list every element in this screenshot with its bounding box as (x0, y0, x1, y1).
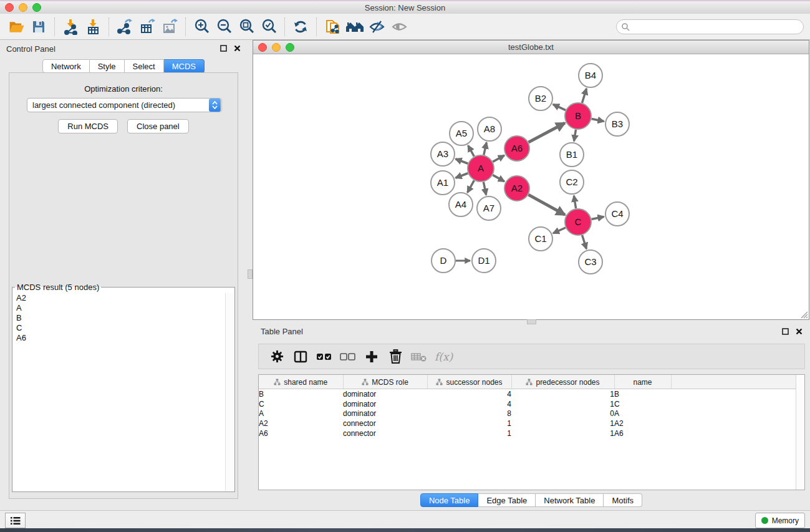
mcds-result-item[interactable]: A2 (13, 293, 226, 303)
node-C2[interactable]: C2 (560, 170, 584, 194)
column-header-successor-nodes[interactable]: successor nodes (427, 375, 511, 389)
close-panel-button[interactable]: Close panel (127, 119, 189, 133)
node-C3[interactable]: C3 (579, 250, 602, 274)
table-row[interactable]: Adominator80A (259, 409, 804, 418)
node-D1[interactable]: D1 (472, 249, 496, 273)
column-header-shared-name[interactable]: shared name (259, 375, 343, 389)
mcds-list-scrollbar[interactable] (225, 293, 234, 491)
split-pane-icon[interactable] (290, 347, 311, 366)
vertical-splitter-handle[interactable] (248, 269, 253, 279)
node-A6[interactable]: A6 (504, 136, 529, 161)
function-builder-fx[interactable]: f(x) (435, 351, 453, 363)
edge-A-A8[interactable] (484, 142, 486, 155)
node-A2[interactable]: A2 (504, 176, 529, 201)
table-settings-gear-icon[interactable] (266, 347, 287, 366)
float-panel-icon[interactable] (220, 45, 227, 52)
tab-node-table[interactable]: Node Table (420, 493, 479, 507)
edge-A-A3[interactable] (456, 159, 468, 163)
node-A5[interactable]: A5 (450, 122, 473, 145)
edge-B-B1[interactable] (574, 130, 576, 142)
table-scrollbar[interactable] (796, 375, 804, 490)
edge-A-A7[interactable] (483, 182, 486, 195)
node-A[interactable]: A (468, 155, 494, 181)
tab-network-table[interactable]: Network Table (536, 493, 604, 507)
mcds-result-item[interactable]: B (13, 313, 226, 323)
mcds-result-item[interactable]: A6 (13, 333, 226, 343)
refresh-layout-icon[interactable] (289, 17, 312, 37)
node-A7[interactable]: A7 (477, 196, 501, 220)
close-panel-icon[interactable] (234, 45, 241, 52)
select-all-columns-icon[interactable] (314, 347, 335, 366)
edge-C-C1[interactable] (553, 228, 566, 233)
run-mcds-button[interactable]: Run MCDS (58, 119, 118, 133)
network-canvas[interactable]: B4B2BB3A5A8A6B1A3AC2A1A2A4A7C4CC1DD1C3 (253, 54, 809, 319)
tab-motifs[interactable]: Motifs (604, 493, 642, 507)
edge-A2-C[interactable] (528, 195, 565, 215)
edge-A-A5[interactable] (468, 145, 475, 157)
zoom-out-icon[interactable] (213, 17, 235, 37)
export-network-icon[interactable] (113, 17, 136, 37)
search-input[interactable] (630, 21, 803, 33)
save-session-icon[interactable] (27, 17, 50, 37)
tab-edge-table[interactable]: Edge Table (478, 493, 536, 507)
window-resize-grip[interactable] (800, 311, 808, 319)
export-image-icon[interactable] (158, 17, 181, 37)
edge-B-B2[interactable] (553, 104, 566, 110)
tab-mcds[interactable]: MCDS (164, 59, 205, 73)
table-row[interactable]: A2connector11A2 (259, 418, 804, 428)
criterion-select[interactable]: largest connected component (directed) (27, 98, 222, 112)
close-table-panel-icon[interactable] (796, 328, 803, 335)
edge-C-C3[interactable] (582, 235, 587, 249)
table-row[interactable]: Cdominator41C (259, 399, 804, 409)
node-D[interactable]: D (432, 249, 455, 273)
houses-icon[interactable] (344, 17, 366, 37)
zoom-in-icon[interactable] (190, 17, 213, 37)
network-window-titlebar[interactable]: testGlobe.txt (253, 41, 809, 54)
node-B4[interactable]: B4 (579, 64, 602, 87)
open-session-icon[interactable] (5, 17, 27, 37)
edge-A-A6[interactable] (493, 155, 504, 162)
show-hidden-icon[interactable] (388, 17, 411, 37)
node-A1[interactable]: A1 (431, 171, 455, 195)
mcds-result-item[interactable]: C (13, 323, 226, 333)
node-A4[interactable]: A4 (449, 193, 473, 216)
node-B1[interactable]: B1 (560, 143, 584, 167)
node-A3[interactable]: A3 (431, 142, 455, 166)
node-B[interactable]: B (565, 103, 591, 129)
node-C4[interactable]: C4 (605, 202, 629, 226)
edge-A6-B[interactable] (529, 123, 565, 142)
unselect-all-columns-icon[interactable] (337, 347, 359, 366)
edge-B-B4[interactable] (582, 89, 586, 103)
delete-table-icon[interactable] (408, 347, 430, 366)
tab-network[interactable]: Network (42, 59, 90, 73)
tab-style[interactable]: Style (90, 59, 125, 73)
column-header-MCDS-role[interactable]: MCDS role (343, 375, 427, 389)
edge-C-C2[interactable] (574, 196, 576, 209)
zoom-fit-icon[interactable] (235, 17, 258, 37)
table-row[interactable]: A6connector11A6 (259, 428, 804, 438)
create-column-plus-icon[interactable] (361, 347, 382, 366)
import-network-icon[interactable] (59, 17, 82, 37)
tab-select[interactable]: Select (125, 59, 164, 73)
edge-C-C4[interactable] (592, 216, 604, 219)
node-C[interactable]: C (565, 209, 591, 235)
delete-column-trash-icon[interactable] (385, 347, 406, 366)
task-history-button[interactable] (5, 513, 26, 528)
table-row[interactable]: Bdominator41B (259, 389, 804, 399)
hide-selected-icon[interactable] (366, 17, 388, 37)
search-field[interactable] (616, 19, 804, 34)
mcds-result-item[interactable]: A (13, 303, 226, 313)
memory-button[interactable]: Memory (755, 513, 805, 528)
node-A8[interactable]: A8 (478, 117, 501, 141)
node-B2[interactable]: B2 (529, 87, 552, 110)
node-B3[interactable]: B3 (605, 112, 629, 136)
column-header-name[interactable]: name (614, 375, 671, 389)
edge-A-A4[interactable] (468, 180, 475, 192)
edge-A-A1[interactable] (456, 173, 468, 178)
network-from-selection-icon[interactable] (321, 17, 344, 37)
export-table-icon[interactable] (136, 17, 158, 37)
float-table-panel-icon[interactable] (782, 328, 789, 335)
edge-B-B3[interactable] (592, 118, 604, 121)
zoom-selected-icon[interactable] (258, 17, 280, 37)
node-C1[interactable]: C1 (529, 227, 552, 251)
